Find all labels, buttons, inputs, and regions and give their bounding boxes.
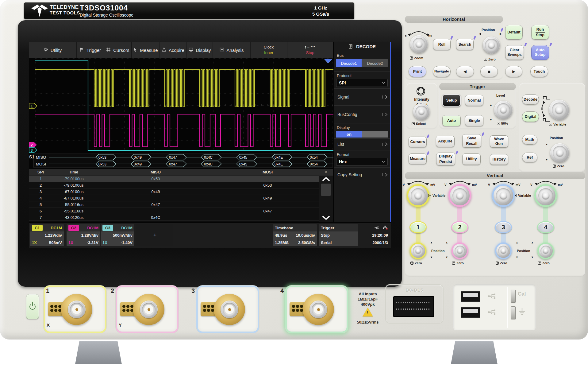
table-cell: 3 [29, 189, 52, 194]
math-descriptor-box[interactable]: + [136, 224, 173, 246]
trigger-status-box[interactable]: Trigger Stop Serial [319, 224, 358, 246]
decode-button[interactable]: Decode [522, 94, 539, 105]
vertical-position-knob-2[interactable] [452, 243, 468, 259]
channel-1-button[interactable]: 1 [409, 221, 427, 233]
run-stop-button[interactable]: RunStop [531, 25, 549, 40]
trigger-single-button[interactable]: Single [465, 115, 483, 126]
clear-sweeps-button[interactable]: ClearSweeps [505, 45, 524, 60]
trigger-auto-button[interactable]: Auto [442, 115, 461, 126]
display-off [362, 131, 388, 138]
clock-value: Inner [264, 50, 273, 56]
list-menu-item[interactable]: List [334, 139, 390, 150]
tab-decode2[interactable]: Decode2 [362, 59, 388, 67]
trigger-level-knob[interactable] [494, 101, 513, 119]
math-button[interactable]: Math [522, 135, 537, 145]
table-row[interactable]: 4-67.0100us0x49 [29, 195, 319, 201]
save-recall-button[interactable]: SaveRecall [462, 134, 481, 148]
vertical-scale-knob-4[interactable] [534, 184, 557, 207]
utility-button[interactable]: Utility [462, 153, 481, 165]
table-row[interactable]: 6-55.0116us0x47 [29, 208, 319, 214]
channel-descriptor-c2[interactable]: C2DC1M1.28V/div1X-3.31V [67, 224, 100, 246]
ref-button[interactable]: Ref [522, 153, 537, 162]
nav-play-button[interactable]: ▶ [505, 66, 522, 77]
horizontal-zoom-knob[interactable] [410, 35, 428, 53]
copy-setting-menu-item[interactable]: Copy Setting [334, 168, 390, 182]
scroll-thumb[interactable] [321, 184, 331, 196]
svg-text:0x54: 0x54 [310, 155, 318, 160]
search-button[interactable]: Search [456, 39, 474, 50]
channel-3-button[interactable]: 3 [495, 221, 512, 233]
menu-item-display[interactable]: Display [187, 42, 213, 58]
menu-item-measure[interactable]: Measure [132, 42, 159, 58]
menu-item-utility[interactable]: Utility [29, 42, 77, 58]
select-label: Select [416, 122, 426, 126]
cursors-button[interactable]: Cursors [409, 137, 427, 147]
stand-foot-left [75, 341, 122, 364]
menu-item-trigger[interactable]: Trigger [77, 42, 104, 58]
list-label: List [337, 142, 344, 147]
close-icon[interactable]: × [319, 169, 333, 176]
channel-descriptor-c3[interactable]: C3DC1M500mV/div1X-1.40V [101, 224, 134, 246]
menu-item-acquire[interactable]: Acquire [159, 42, 187, 58]
power-button[interactable] [26, 294, 39, 319]
acquire-button[interactable]: Acquire [436, 136, 455, 147]
vertical-position-knob-4[interactable] [537, 243, 554, 259]
vertical-scale-knob-1[interactable] [407, 184, 429, 207]
intensity-adjust-knob[interactable] [413, 103, 430, 120]
wave-gen-button[interactable]: WaveGen [490, 135, 508, 148]
tab-decode1[interactable]: Decode1 [336, 59, 362, 67]
channel-descriptor-c1[interactable]: C1DC1M1.22V/div1X508mV [30, 224, 64, 246]
table-cell: -43.0120us [52, 215, 95, 220]
lcd-screen[interactable]: UtilityTriggerCursorsMeasureAcquireDispl… [29, 42, 391, 248]
timebase-box[interactable]: Timebase 48.9us10.0us/div 1.25MS2.50GS/s [273, 224, 317, 246]
svg-text:MISO: MISO [36, 155, 46, 160]
print-button[interactable]: Print [409, 66, 426, 77]
display-toggle[interactable]: on [336, 131, 388, 138]
trigger-normal-button[interactable]: Normal [465, 95, 483, 106]
vertical-position-knob-3[interactable] [495, 243, 512, 259]
nav-stop-button[interactable]: ■ [480, 66, 498, 77]
format-dropdown[interactable]: Hex [336, 158, 388, 166]
monitor-icon [189, 47, 193, 53]
nav-prev-button[interactable]: ◀ [456, 66, 474, 77]
horizontal-position-knob[interactable] [483, 37, 500, 54]
math-position-knob[interactable] [550, 143, 569, 162]
protocol-dropdown[interactable]: SPI [336, 79, 388, 87]
table-row[interactable]: 3-67.0100us0x49 [29, 188, 319, 195]
clock-source-cell[interactable]: ClockInner [251, 42, 287, 58]
scroll-down-icon[interactable] [321, 215, 331, 220]
vertical-title: Vertical [487, 173, 503, 178]
roll-button[interactable]: Roll [433, 39, 451, 50]
vertical-position-knob-1[interactable] [410, 243, 426, 259]
navigate-button[interactable]: Navigate [433, 66, 451, 77]
measure-button[interactable]: Measure [409, 153, 427, 164]
menu-item-analysis[interactable]: Analysis [213, 42, 251, 58]
math-variable-knob[interactable] [549, 100, 569, 120]
touch-button[interactable]: Touch [530, 66, 548, 77]
table-row[interactable]: 7-43.0120us0x4C [29, 214, 319, 221]
timebase-rate: 2.50GS/s [298, 240, 315, 245]
vertical-scale-knob-3[interactable] [492, 184, 515, 207]
table-row[interactable]: 2-79.0100us0x53 [29, 182, 319, 188]
digital-button[interactable]: Digital [522, 111, 539, 122]
default-button[interactable]: Default [505, 25, 523, 40]
table-row[interactable]: 5-55.0116us0x47 [29, 201, 319, 208]
auto-setup-button[interactable]: AutoSetup [531, 45, 549, 60]
signal-menu-item[interactable]: Signal [334, 89, 390, 106]
busconfig-menu-item[interactable]: BusConfig [334, 106, 390, 123]
table-scrollbar[interactable]: × [319, 169, 333, 222]
menu-item-cursors[interactable]: Cursors [104, 42, 132, 58]
scroll-up-icon[interactable] [321, 177, 331, 182]
channel-4-button[interactable]: 4 [537, 221, 554, 233]
vertical-scale-knob-2[interactable] [448, 184, 471, 207]
decode-list-table[interactable]: SPITimeMISOMOSI1-79.0100us0x532-79.0100u… [29, 169, 333, 222]
offset-value: -1.40V [121, 240, 133, 245]
history-button[interactable]: History [490, 154, 508, 165]
trigger-setup-button[interactable]: Setup [442, 94, 461, 107]
display-persist-button[interactable]: DisplayPersist [436, 153, 455, 165]
waveform-display[interactable]: 123 [29, 58, 333, 153]
table-row[interactable]: 1-79.0100us0x53 [29, 176, 319, 182]
channel-2-button[interactable]: 2 [451, 221, 468, 233]
table-cell: 6 [29, 209, 52, 213]
up-arrow-icon: ▲ [490, 103, 492, 107]
